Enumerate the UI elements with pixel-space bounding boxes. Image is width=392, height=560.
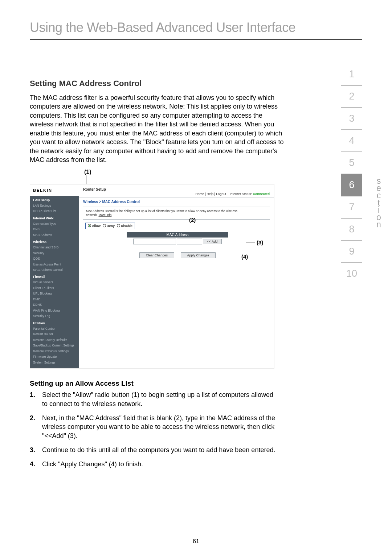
nav-head-lan: LAN Setup <box>30 196 79 203</box>
nav-head-wireless: Wireless <box>30 238 79 245</box>
section-tab-10[interactable]: 10 <box>341 263 362 284</box>
section-tab-6[interactable]: 6 <box>341 174 362 196</box>
nav-item[interactable]: DNS <box>30 227 79 232</box>
section-tabs: 1 2 3 4 5 6 7 8 9 10 <box>341 64 362 284</box>
section-vertical-label: section <box>375 177 383 228</box>
page-number: 61 <box>0 538 392 545</box>
nav-item[interactable]: Firmware Update <box>30 354 79 360</box>
radio-label: Allow <box>92 224 101 228</box>
nav-head-utilities: Utilities <box>30 319 79 326</box>
router-setup-label: Router Setup <box>79 184 274 192</box>
nav-item[interactable]: Security <box>30 251 79 256</box>
step-item: Continue to do this until all of the com… <box>30 446 277 455</box>
mac-input[interactable] <box>133 239 176 244</box>
nav-item[interactable]: System Settings <box>30 360 79 365</box>
callout-3: (3) <box>246 239 263 245</box>
page-title: Using the Web-Based Advanced User Interf… <box>30 20 362 40</box>
nav-item[interactable]: QOS <box>30 256 79 261</box>
section-heading: Setting MAC Address Control <box>30 79 362 88</box>
section-tab-4[interactable]: 4 <box>341 130 362 152</box>
nav-item[interactable]: Security Log <box>30 313 79 319</box>
breadcrumb: Wireless > MAC Address Control <box>79 197 274 206</box>
status-value: Connected <box>253 192 270 196</box>
router-screenshot: BELKIN LAN Setup LAN Settings DHCP Clien… <box>30 184 274 369</box>
radio-deny[interactable]: Deny <box>103 224 115 228</box>
status-label: Internet Status: <box>230 192 252 196</box>
steps-list: Select the "Allow" radio button (1) to b… <box>30 390 277 469</box>
nav-item[interactable]: Connection Type <box>30 221 79 227</box>
section-tab-5[interactable]: 5 <box>341 152 362 174</box>
nav-item[interactable]: Parental Control <box>30 326 79 332</box>
intro-paragraph: The MAC address filter is a powerful sec… <box>30 93 284 165</box>
add-button[interactable]: << Add <box>203 239 222 244</box>
mac-area: MAC Address << Add Clear Changes Apply C… <box>79 232 274 262</box>
section-tab-9[interactable]: 9 <box>341 241 362 263</box>
nav-head-firewall: Firewall <box>30 273 79 280</box>
top-links: Home | Help | Logout Internet Status: Co… <box>79 192 274 197</box>
nav-item[interactable]: Restore Previous Settings <box>30 349 79 354</box>
brand-logo: BELKIN <box>30 184 79 196</box>
mac-input-2[interactable] <box>177 239 202 244</box>
nav-item[interactable]: Client IP Filters <box>30 285 79 291</box>
radio-dot-icon <box>88 224 91 227</box>
callout-4: (4) <box>230 253 248 260</box>
more-info-link[interactable]: More Info <box>99 213 112 217</box>
apply-changes-button[interactable]: Apply Changes <box>181 252 216 258</box>
nav-item[interactable]: Restart Router <box>30 332 79 337</box>
mac-header: MAC Address <box>127 232 228 238</box>
radio-dot-icon <box>103 224 106 227</box>
nav-item[interactable]: Restore Factory Defaults <box>30 337 79 343</box>
section-tab-3[interactable]: 3 <box>341 108 362 130</box>
section-tab-2[interactable]: 2 <box>341 86 362 108</box>
callout-2: (2) <box>188 217 196 223</box>
nav-item[interactable]: DMZ <box>30 297 79 302</box>
divider <box>83 207 270 207</box>
nav-item[interactable]: Save/Backup Current Settings <box>30 343 79 348</box>
router-sidebar: BELKIN LAN Setup LAN Settings DHCP Clien… <box>30 184 79 368</box>
nav-item[interactable]: MAC Address <box>30 232 79 238</box>
radio-dot-icon <box>117 224 120 227</box>
section-tab-1[interactable]: 1 <box>341 64 362 86</box>
callout-1: (1) <box>84 169 362 175</box>
radio-allow[interactable]: Allow <box>88 224 101 228</box>
nav-item[interactable]: LAN Settings <box>30 203 79 208</box>
nav-item[interactable]: MAC Address Control <box>30 267 79 273</box>
nav-item[interactable]: Channel and SSID <box>30 245 79 250</box>
nav-item[interactable]: Use as Access Point <box>30 262 79 267</box>
feature-description: Mac Address Control is the ability to se… <box>79 208 253 219</box>
section-tab-7[interactable]: 7 <box>341 196 362 219</box>
nav-item[interactable]: DDNS <box>30 302 79 308</box>
section-tab-8[interactable]: 8 <box>341 219 362 241</box>
callout-1-line <box>86 175 362 184</box>
nav-item[interactable]: WAN Ping Blocking <box>30 308 79 313</box>
step-item: Click "Apply Changes" (4) to finish. <box>30 460 277 469</box>
step-item: Next, in the "MAC Address" field that is… <box>30 414 277 441</box>
radio-label: Deny <box>107 224 115 228</box>
mode-radio-group: Allow Deny Disable <box>85 223 135 229</box>
top-links-left[interactable]: Home | Help | Logout <box>195 192 226 196</box>
radio-label: Disable <box>121 224 132 228</box>
router-content: Router Setup Home | Help | Logout Intern… <box>79 184 274 368</box>
nav-head-wan: Internet WAN <box>30 214 79 221</box>
nav-item[interactable]: Virtual Servers <box>30 280 79 285</box>
subsection-heading: Setting up an Allow Access List <box>30 380 362 387</box>
clear-changes-button[interactable]: Clear Changes <box>139 252 174 258</box>
step-item: Select the "Allow" radio button (1) to b… <box>30 390 277 409</box>
nav-item[interactable]: URL Blocking <box>30 291 79 296</box>
nav-item[interactable]: DHCP Client List <box>30 208 79 214</box>
radio-disable[interactable]: Disable <box>117 224 132 228</box>
divider <box>83 219 270 220</box>
